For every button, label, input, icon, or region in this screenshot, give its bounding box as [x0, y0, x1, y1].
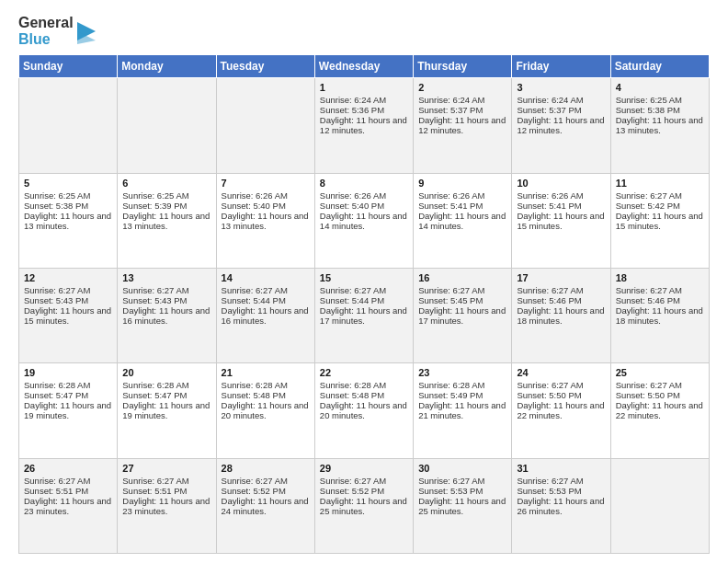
day-number: 26 [24, 463, 112, 474]
sunset-text: Sunset: 5:41 PM [418, 201, 483, 211]
cell-w4-d1: 20Sunrise: 6:28 AMSunset: 5:47 PMDayligh… [118, 363, 216, 458]
day-number: 7 [222, 178, 310, 189]
sunset-text: Sunset: 5:40 PM [222, 201, 286, 211]
daylight-text: Daylight: 11 hours and 18 minutes. [616, 305, 703, 326]
sunrise-text: Sunrise: 6:26 AM [418, 190, 484, 201]
sunrise-text: Sunrise: 6:26 AM [320, 190, 386, 201]
sunrise-text: Sunrise: 6:27 AM [122, 285, 188, 295]
day-number: 11 [616, 178, 704, 189]
week-row-4: 19Sunrise: 6:28 AMSunset: 5:47 PMDayligh… [19, 363, 710, 458]
daylight-text: Daylight: 11 hours and 26 minutes. [517, 496, 604, 516]
day-number: 27 [122, 463, 210, 474]
sunrise-text: Sunrise: 6:28 AM [24, 380, 90, 390]
sunrise-text: Sunrise: 6:27 AM [320, 476, 386, 486]
sunset-text: Sunset: 5:46 PM [517, 295, 581, 305]
daylight-text: Daylight: 11 hours and 13 minutes. [616, 115, 703, 135]
sunrise-text: Sunrise: 6:27 AM [222, 285, 288, 295]
daylight-text: Daylight: 11 hours and 23 minutes. [122, 496, 210, 516]
sunrise-text: Sunrise: 6:27 AM [320, 285, 386, 295]
daylight-text: Daylight: 11 hours and 18 minutes. [517, 305, 604, 326]
daylight-text: Daylight: 11 hours and 23 minutes. [24, 496, 111, 516]
sunset-text: Sunset: 5:49 PM [418, 390, 483, 400]
day-number: 31 [517, 463, 605, 474]
header-monday: Monday [118, 55, 216, 78]
day-number: 22 [320, 367, 408, 378]
sunrise-text: Sunrise: 6:27 AM [24, 285, 90, 295]
sunset-text: Sunset: 5:52 PM [320, 486, 384, 496]
day-number: 18 [616, 272, 704, 283]
cell-w1-d4: 2Sunrise: 6:24 AMSunset: 5:37 PMDaylight… [414, 78, 512, 173]
cell-w1-d6: 4Sunrise: 6:25 AMSunset: 5:38 PMDaylight… [610, 78, 709, 173]
cell-w4-d5: 24Sunrise: 6:27 AMSunset: 5:50 PMDayligh… [512, 363, 610, 458]
day-number: 28 [222, 463, 310, 474]
daylight-text: Daylight: 11 hours and 13 minutes. [24, 211, 111, 231]
daylight-text: Daylight: 11 hours and 12 minutes. [418, 115, 506, 135]
daylight-text: Daylight: 11 hours and 15 minutes. [24, 305, 111, 326]
cell-w3-d2: 14Sunrise: 6:27 AMSunset: 5:44 PMDayligh… [216, 268, 314, 362]
daylight-text: Daylight: 11 hours and 21 minutes. [418, 400, 506, 420]
sunrise-text: Sunrise: 6:27 AM [616, 190, 682, 201]
daylight-text: Daylight: 11 hours and 14 minutes. [320, 211, 407, 231]
day-number: 4 [616, 82, 704, 93]
sunset-text: Sunset: 5:52 PM [222, 486, 286, 496]
sunset-text: Sunset: 5:48 PM [320, 390, 384, 400]
cell-w1-d2 [216, 78, 314, 173]
week-row-1: 1Sunrise: 6:24 AMSunset: 5:36 PMDaylight… [19, 78, 710, 173]
cell-w3-d1: 13Sunrise: 6:27 AMSunset: 5:43 PMDayligh… [118, 268, 216, 362]
sunrise-text: Sunrise: 6:24 AM [517, 95, 583, 105]
day-number: 29 [320, 463, 408, 474]
sunrise-text: Sunrise: 6:28 AM [418, 380, 484, 390]
sunrise-text: Sunrise: 6:27 AM [517, 285, 583, 295]
sunset-text: Sunset: 5:38 PM [24, 201, 88, 211]
sunset-text: Sunset: 5:46 PM [616, 295, 680, 305]
daylight-text: Daylight: 11 hours and 25 minutes. [418, 496, 506, 516]
daylight-text: Daylight: 11 hours and 25 minutes. [320, 496, 407, 516]
daylight-text: Daylight: 11 hours and 12 minutes. [320, 115, 407, 135]
sunrise-text: Sunrise: 6:27 AM [517, 380, 583, 390]
cell-w5-d5: 31Sunrise: 6:27 AMSunset: 5:53 PMDayligh… [512, 458, 610, 553]
calendar: SundayMondayTuesdayWednesdayThursdayFrid… [18, 54, 710, 554]
sunset-text: Sunset: 5:50 PM [616, 390, 680, 400]
day-number: 25 [616, 367, 704, 378]
cell-w4-d4: 23Sunrise: 6:28 AMSunset: 5:49 PMDayligh… [414, 363, 512, 458]
day-number: 10 [517, 178, 605, 189]
sunrise-text: Sunrise: 6:27 AM [616, 380, 682, 390]
cell-w3-d5: 17Sunrise: 6:27 AMSunset: 5:46 PMDayligh… [512, 268, 610, 362]
sunrise-text: Sunrise: 6:28 AM [320, 380, 386, 390]
sunset-text: Sunset: 5:40 PM [320, 201, 384, 211]
cell-w3-d6: 18Sunrise: 6:27 AMSunset: 5:46 PMDayligh… [610, 268, 709, 362]
daylight-text: Daylight: 11 hours and 16 minutes. [122, 305, 210, 326]
daylight-text: Daylight: 11 hours and 13 minutes. [122, 211, 210, 231]
cell-w5-d4: 30Sunrise: 6:27 AMSunset: 5:53 PMDayligh… [414, 458, 512, 553]
sunset-text: Sunset: 5:51 PM [122, 486, 187, 496]
sunset-text: Sunset: 5:41 PM [517, 201, 581, 211]
sunset-text: Sunset: 5:39 PM [122, 201, 187, 211]
page: General Blue SundayMondayTuesdayWednesda… [0, 0, 728, 563]
sunrise-text: Sunrise: 6:25 AM [616, 95, 682, 105]
day-number: 24 [517, 367, 605, 378]
header-thursday: Thursday [414, 55, 512, 78]
sunrise-text: Sunrise: 6:24 AM [418, 95, 484, 105]
cell-w4-d6: 25Sunrise: 6:27 AMSunset: 5:50 PMDayligh… [610, 363, 709, 458]
daylight-text: Daylight: 11 hours and 17 minutes. [418, 305, 506, 326]
cell-w1-d5: 3Sunrise: 6:24 AMSunset: 5:37 PMDaylight… [512, 78, 610, 173]
day-number: 12 [24, 272, 112, 283]
daylight-text: Daylight: 11 hours and 17 minutes. [320, 305, 407, 326]
day-number: 5 [24, 178, 112, 189]
sunrise-text: Sunrise: 6:27 AM [122, 476, 188, 486]
daylight-text: Daylight: 11 hours and 15 minutes. [517, 211, 604, 231]
header-tuesday: Tuesday [216, 55, 314, 78]
daylight-text: Daylight: 11 hours and 24 minutes. [222, 496, 309, 516]
sunset-text: Sunset: 5:48 PM [222, 390, 286, 400]
daylight-text: Daylight: 11 hours and 20 minutes. [222, 400, 309, 420]
day-number: 9 [418, 178, 506, 189]
cell-w4-d0: 19Sunrise: 6:28 AMSunset: 5:47 PMDayligh… [19, 363, 118, 458]
daylight-text: Daylight: 11 hours and 22 minutes. [616, 400, 703, 420]
daylight-text: Daylight: 11 hours and 12 minutes. [517, 115, 604, 135]
cell-w2-d0: 5Sunrise: 6:25 AMSunset: 5:38 PMDaylight… [19, 173, 118, 268]
sunrise-text: Sunrise: 6:25 AM [122, 190, 188, 201]
cell-w3-d4: 16Sunrise: 6:27 AMSunset: 5:45 PMDayligh… [414, 268, 512, 362]
sunrise-text: Sunrise: 6:25 AM [24, 190, 90, 201]
sunset-text: Sunset: 5:38 PM [616, 105, 680, 115]
sunrise-text: Sunrise: 6:28 AM [122, 380, 188, 390]
